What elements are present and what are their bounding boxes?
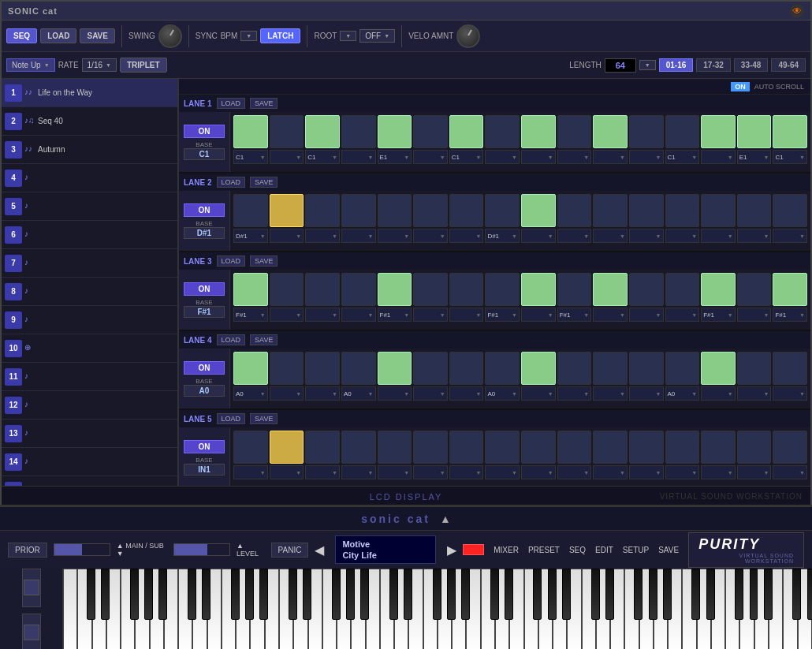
lane5-step-btn-10[interactable]	[557, 431, 592, 464]
lane2-step-btn-9[interactable]	[521, 194, 556, 227]
main-sub-slider[interactable]	[54, 543, 110, 556]
track-item-2[interactable]: 2 ♪♫ Seq 40	[2, 107, 177, 136]
lane5-step-btn-12[interactable]	[629, 431, 664, 464]
lane5-on-btn[interactable]: ON	[184, 440, 225, 453]
lane1-step-btn-7[interactable]	[449, 115, 484, 148]
lane3-load-btn[interactable]: LOAD	[217, 255, 246, 267]
black-key-5-2[interactable]	[605, 569, 614, 620]
lane1-step-btn-12[interactable]	[629, 115, 664, 148]
bpm-dropdown[interactable]	[240, 31, 257, 41]
track-item-15[interactable]: 15 ♪	[2, 476, 177, 486]
black-key-2-2[interactable]	[303, 569, 311, 620]
lane2-step-btn-5[interactable]	[378, 194, 412, 227]
lane3-step-btn-3[interactable]	[305, 273, 340, 306]
track-item-3[interactable]: 3 ♪♪ Autumn	[2, 136, 177, 164]
track-item-7[interactable]: 7 ♪	[2, 249, 177, 278]
track-item-9[interactable]: 9 ♪	[2, 306, 177, 334]
lane1-step-btn-9[interactable]	[521, 115, 556, 148]
lane2-step-btn-14[interactable]	[701, 194, 736, 227]
lane2-step-btn-8[interactable]	[485, 194, 520, 227]
seq-button[interactable]: SEQ	[6, 28, 37, 43]
preset-menu-item[interactable]: PRESET	[525, 544, 563, 556]
lane3-step-btn-1[interactable]	[233, 273, 268, 306]
black-key-5-4[interactable]	[634, 569, 643, 620]
black-key-3-4[interactable]	[433, 569, 441, 620]
lane2-step-btn-12[interactable]	[629, 194, 664, 227]
lane1-on-btn[interactable]: ON	[184, 125, 225, 138]
lane3-save-btn[interactable]: SAVE	[250, 255, 277, 267]
track-item-5[interactable]: 5 ♪	[2, 192, 177, 221]
black-key-0-1[interactable]	[87, 569, 95, 620]
lane1-step-btn-2[interactable]	[270, 115, 304, 148]
black-key-4-5[interactable]	[548, 569, 557, 620]
lane5-step-btn-9[interactable]	[521, 431, 556, 464]
lane5-step-btn-11[interactable]	[593, 431, 628, 464]
lane3-step-btn-4[interactable]	[341, 273, 376, 306]
lane3-step-btn-15[interactable]	[737, 273, 772, 306]
lane1-step-btn-1[interactable]	[233, 115, 268, 148]
lane4-step-btn-6[interactable]	[413, 352, 448, 385]
lane1-step-btn-6[interactable]	[413, 115, 448, 148]
rate-dropdown[interactable]: 1/16	[82, 58, 117, 72]
lane1-step-btn-8[interactable]	[485, 115, 520, 148]
black-key-4-2[interactable]	[505, 569, 513, 620]
lane4-step-btn-12[interactable]	[629, 352, 664, 385]
lane5-step-btn-13[interactable]	[665, 431, 700, 464]
lcd-prev-arrow[interactable]: ◀	[315, 543, 324, 558]
note-up-dropdown[interactable]: Note Up	[6, 58, 55, 72]
black-key-1-5[interactable]	[245, 569, 254, 620]
lane4-step-btn-8[interactable]	[485, 352, 520, 385]
black-key-1-6[interactable]	[259, 569, 268, 620]
lane3-step-btn-5[interactable]	[378, 273, 412, 306]
lane5-step-btn-8[interactable]	[485, 431, 520, 464]
range2-button[interactable]: 17-32	[696, 58, 731, 72]
lane4-load-btn[interactable]: LOAD	[217, 334, 246, 345]
panic-button[interactable]: PANIC	[271, 543, 309, 558]
lane1-save-btn[interactable]: SAVE	[250, 98, 277, 109]
lane2-step-btn-10[interactable]	[557, 194, 592, 227]
black-key-4-4[interactable]	[533, 569, 542, 620]
pitch-bend-control[interactable]	[22, 569, 41, 607]
black-key-3-2[interactable]	[404, 569, 412, 620]
lane1-load-btn[interactable]: LOAD	[217, 98, 246, 109]
lane5-step-btn-3[interactable]	[305, 431, 340, 464]
lane3-step-btn-9[interactable]	[521, 273, 556, 306]
lane5-step-btn-6[interactable]	[413, 431, 448, 464]
off-dropdown[interactable]: OFF	[359, 29, 395, 43]
white-key-0[interactable]	[63, 569, 77, 649]
lane4-step-btn-9[interactable]	[521, 352, 556, 385]
lane3-step-btn-13[interactable]	[665, 273, 700, 306]
lane4-step-btn-11[interactable]	[593, 352, 628, 385]
lane5-load-btn[interactable]: LOAD	[217, 413, 246, 424]
black-key-0-5[interactable]	[144, 569, 153, 620]
lane1-step-btn-4[interactable]	[341, 115, 376, 148]
lane5-step-btn-16[interactable]	[773, 431, 807, 464]
swing-knob[interactable]	[158, 24, 182, 48]
lane2-step-btn-6[interactable]	[413, 194, 448, 227]
lane1-step-btn-5[interactable]	[378, 115, 412, 148]
setup-menu-item[interactable]: SETUP	[620, 544, 652, 556]
lane1-step-btn-14[interactable]	[701, 115, 736, 148]
black-key-1-2[interactable]	[202, 569, 210, 620]
lane5-step-btn-4[interactable]	[341, 431, 376, 464]
velo-knob[interactable]	[456, 24, 480, 48]
track-item-6[interactable]: 6 ♪	[2, 221, 177, 249]
lane3-step-btn-12[interactable]	[629, 273, 664, 306]
triplet-button[interactable]: TRIPLET	[120, 58, 167, 73]
track-item-13[interactable]: 13 ♪	[2, 420, 177, 448]
lane5-step-btn-5[interactable]	[378, 431, 412, 464]
lane5-step-btn-14[interactable]	[701, 431, 736, 464]
lane3-step-btn-8[interactable]	[485, 273, 520, 306]
prior-button[interactable]: PRIOR	[8, 543, 47, 558]
lane2-save-btn[interactable]: SAVE	[250, 177, 277, 188]
save-button[interactable]: SAVE	[80, 28, 115, 43]
lane2-step-btn-11[interactable]	[593, 194, 628, 227]
lane2-load-btn[interactable]: LOAD	[217, 177, 246, 188]
lane1-step-btn-3[interactable]	[305, 115, 340, 148]
lane1-step-btn-10[interactable]	[557, 115, 592, 148]
lane4-step-btn-16[interactable]	[773, 352, 807, 385]
lane2-step-btn-3[interactable]	[305, 194, 340, 227]
range1-button[interactable]: 01-16	[659, 58, 694, 72]
black-key-3-1[interactable]	[389, 569, 398, 620]
lane3-step-btn-16[interactable]	[773, 273, 807, 306]
